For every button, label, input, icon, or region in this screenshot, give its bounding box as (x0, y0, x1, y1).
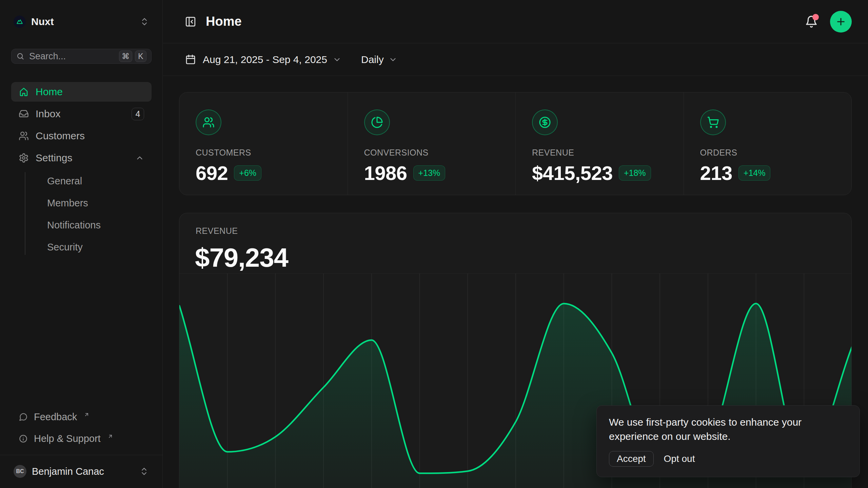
sidebar-footer: Feedback Help & Support (11, 406, 152, 449)
sidebar-divider (0, 455, 162, 455)
stat-label: CONVERSIONS (364, 148, 516, 158)
cart-icon (700, 109, 726, 135)
sidebar: Nuxt Search... ⌘ K (0, 0, 163, 488)
help-support-label: Help & Support (34, 433, 101, 444)
stat-revenue[interactable]: REVENUE $415,523 +18% (515, 93, 684, 195)
stat-delta-badge: +18% (619, 165, 651, 181)
stat-value: 213 (700, 162, 732, 184)
chevron-down-icon (333, 55, 341, 64)
info-circle-icon (19, 434, 28, 443)
subnav-label: General (47, 176, 82, 187)
subnav-label: Members (47, 198, 88, 209)
sidebar-item-home[interactable]: Home (11, 82, 152, 102)
stat-label: ORDERS (700, 148, 852, 158)
sidebar-item-notifications[interactable]: Notifications (36, 214, 152, 236)
sidebar-item-settings[interactable]: Settings (11, 148, 152, 168)
sidebar-item-label: Customers (36, 130, 85, 142)
notification-dot (812, 14, 819, 20)
stat-conversions[interactable]: CONVERSIONS 1986 +13% (348, 93, 516, 195)
opt-out-button[interactable]: Opt out (664, 453, 695, 464)
feedback-link[interactable]: Feedback (11, 406, 152, 428)
topbar: Home (163, 0, 868, 43)
sidebar-nav: Home Inbox 4 C (11, 82, 152, 258)
stat-delta-badge: +6% (234, 165, 261, 181)
inbox-icon (19, 109, 29, 119)
user-name: Benjamin Canac (32, 466, 104, 477)
feedback-label: Feedback (34, 411, 77, 423)
pie-chart-icon (364, 109, 390, 135)
nuxt-logo-icon (14, 16, 26, 28)
stat-customers[interactable]: CUSTOMERS 692 +6% (179, 93, 348, 195)
chevron-down-icon (389, 55, 397, 64)
revenue-label: REVENUE (196, 226, 238, 236)
page-title: Home (206, 14, 242, 29)
users-circle-icon (196, 109, 221, 135)
subnav-label: Notifications (47, 220, 101, 231)
settings-subnav: General Members Notifications Security (11, 170, 152, 258)
chevron-up-icon (135, 154, 144, 162)
sidebar-item-label: Settings (36, 152, 72, 164)
sidebar-item-customers[interactable]: Customers (11, 126, 152, 146)
sidebar-item-security[interactable]: Security (36, 236, 152, 258)
granularity-select[interactable]: Daily (361, 54, 397, 65)
revenue-value: $79,234 (195, 242, 288, 273)
stat-value: 692 (196, 162, 228, 184)
stat-value: $415,523 (532, 162, 613, 184)
search-icon (16, 52, 24, 60)
notifications-button[interactable] (805, 15, 818, 28)
stat-delta-badge: +14% (738, 165, 771, 181)
date-range-value: Aug 21, 2025 - Sep 4, 2025 (203, 54, 327, 65)
stat-value: 1986 (364, 162, 407, 184)
kbd-k: K (135, 50, 146, 62)
sidebar-item-general[interactable]: General (36, 170, 152, 192)
user-menu[interactable]: BC Benjamin Canac (9, 460, 154, 483)
plus-icon (835, 16, 846, 27)
home-icon (19, 87, 29, 97)
inbox-count-badge: 4 (132, 108, 144, 120)
sidebar-item-label: Home (36, 86, 63, 98)
help-support-link[interactable]: Help & Support (11, 428, 152, 449)
accept-button[interactable]: Accept (609, 451, 654, 467)
gear-icon (19, 153, 29, 163)
users-icon (19, 131, 29, 141)
subnav-label: Security (47, 242, 83, 253)
chevrons-up-down-icon (139, 467, 149, 476)
search-input[interactable]: Search... ⌘ K (11, 49, 152, 64)
date-range-picker[interactable]: Aug 21, 2025 - Sep 4, 2025 (203, 54, 341, 65)
dollar-circle-icon (532, 109, 558, 135)
sidebar-collapse-icon[interactable] (185, 16, 196, 27)
cookie-message: We use first-party cookies to enhance yo… (609, 415, 846, 444)
filter-bar: Aug 21, 2025 - Sep 4, 2025 Daily (163, 44, 868, 76)
cookie-banner: We use first-party cookies to enhance yo… (596, 405, 860, 477)
calendar-icon (185, 54, 196, 65)
workspace-name: Nuxt (31, 16, 54, 27)
stat-label: CUSTOMERS (196, 148, 348, 158)
sidebar-item-inbox[interactable]: Inbox 4 (11, 104, 152, 124)
search-placeholder: Search... (29, 51, 114, 62)
message-bubble-icon (19, 412, 28, 422)
granularity-value: Daily (361, 54, 384, 65)
external-link-icon (84, 412, 90, 418)
chevrons-up-down-icon (140, 17, 149, 26)
add-button[interactable] (830, 11, 852, 33)
avatar: BC (14, 465, 26, 478)
team-switcher[interactable]: Nuxt (9, 13, 154, 30)
app-root: Nuxt Search... ⌘ K (0, 0, 868, 488)
stat-label: REVENUE (532, 148, 684, 158)
sidebar-item-members[interactable]: Members (36, 192, 152, 214)
stat-orders[interactable]: ORDERS 213 +14% (684, 93, 852, 195)
external-link-icon (107, 433, 113, 439)
kbd-cmd: ⌘ (119, 50, 132, 62)
sidebar-item-label: Inbox (36, 108, 60, 120)
stats-card: CUSTOMERS 692 +6% CONVERSIONS 1986 +13% (179, 92, 852, 195)
stat-delta-badge: +13% (413, 165, 446, 181)
